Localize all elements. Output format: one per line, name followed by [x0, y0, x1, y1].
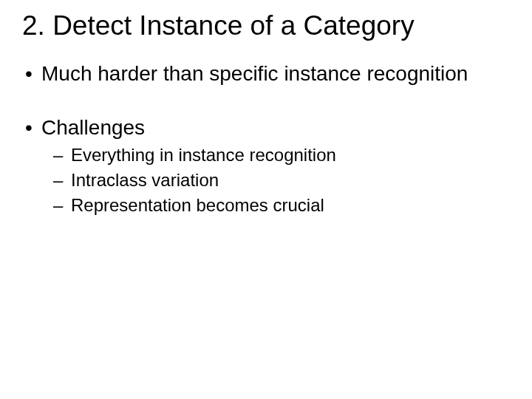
bullet-text: Much harder than specific instance recog… [41, 62, 468, 85]
sub-bullet-text: Intraclass variation [71, 170, 219, 190]
sub-bullet-text: Representation becomes crucial [71, 195, 324, 215]
list-item: Much harder than specific instance recog… [41, 61, 510, 86]
bullet-text: Challenges [41, 116, 145, 139]
list-item: Challenges Everything in instance recogn… [41, 115, 510, 216]
list-item: Intraclass variation [71, 169, 510, 191]
slide: 2. Detect Instance of a Category Much ha… [0, 0, 532, 399]
list-item: Representation becomes crucial [71, 194, 510, 216]
sub-bullet-list: Everything in instance recognition Intra… [41, 144, 510, 216]
slide-title: 2. Detect Instance of a Category [22, 10, 510, 42]
sub-bullet-text: Everything in instance recognition [71, 145, 336, 165]
bullet-list: Much harder than specific instance recog… [22, 61, 510, 216]
list-item: Everything in instance recognition [71, 144, 510, 166]
